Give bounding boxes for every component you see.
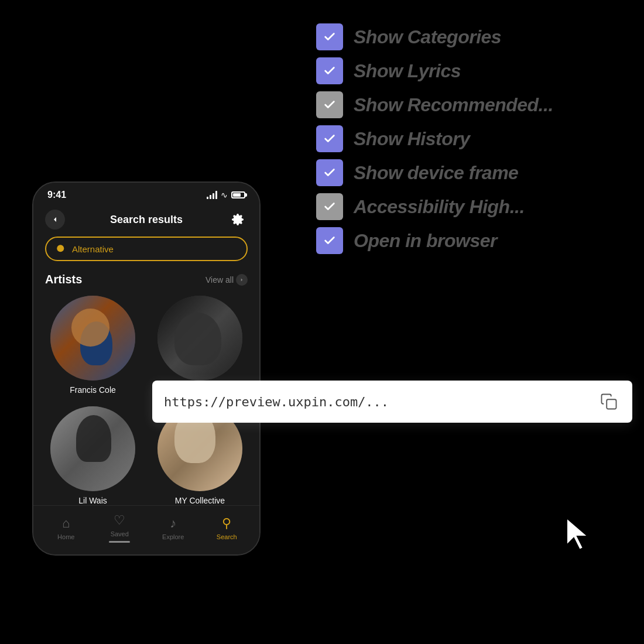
signal-icon bbox=[207, 191, 217, 199]
checklist-label-1: Show Categories bbox=[354, 26, 501, 48]
nav-label-saved: Saved bbox=[111, 530, 129, 537]
phone-header: Search results bbox=[33, 205, 259, 237]
checkbox-2[interactable] bbox=[316, 57, 343, 84]
checklist-label-4: Show History bbox=[354, 128, 470, 150]
checkbox-6[interactable] bbox=[316, 193, 343, 220]
checklist-label-6: Accessibility High... bbox=[354, 196, 525, 218]
svg-point-0 bbox=[57, 245, 64, 252]
artist-card-2[interactable] bbox=[152, 296, 248, 395]
svg-rect-1 bbox=[607, 399, 616, 409]
artist-image-1 bbox=[50, 296, 135, 381]
view-all-label: View all bbox=[205, 275, 234, 285]
nav-item-saved[interactable]: ♡ Saved bbox=[102, 513, 137, 543]
checkbox-7[interactable] bbox=[316, 227, 343, 254]
search-bar[interactable]: Alternative bbox=[45, 237, 248, 261]
bottom-nav: ⌂ Home ♡ Saved ♪ Explore ⚲ Search bbox=[33, 505, 259, 554]
checklist-item-7[interactable]: Open in browser bbox=[316, 227, 621, 254]
checklist-item-4[interactable]: Show History bbox=[316, 125, 621, 152]
back-button[interactable] bbox=[45, 210, 65, 229]
phone-mockup: 9:41 ∿ Search results Alternative bbox=[32, 181, 261, 556]
nav-indicator-saved bbox=[109, 541, 130, 543]
view-all-button[interactable]: View all bbox=[205, 274, 248, 286]
status-bar: 9:41 ∿ bbox=[33, 183, 259, 205]
music-icon: ♪ bbox=[170, 516, 176, 531]
artist-card-1[interactable]: Francis Cole bbox=[45, 296, 141, 395]
checklist-label-3: Show Recommended... bbox=[354, 94, 553, 116]
artists-title: Artists bbox=[45, 273, 82, 286]
artist-image-2 bbox=[157, 296, 242, 381]
url-text[interactable]: https://preview.uxpin.com/... bbox=[164, 395, 389, 409]
artist-name-1: Francis Cole bbox=[70, 385, 116, 395]
search-input-value: Alternative bbox=[72, 244, 114, 254]
settings-button[interactable] bbox=[228, 210, 248, 229]
search-nav-icon: ⚲ bbox=[222, 516, 231, 531]
battery-icon bbox=[231, 191, 245, 198]
checklist-item-3[interactable]: Show Recommended... bbox=[316, 91, 621, 118]
status-time: 9:41 bbox=[47, 190, 66, 200]
checkbox-3[interactable] bbox=[316, 91, 343, 118]
checklist-item-2[interactable]: Show Lyrics bbox=[316, 57, 621, 84]
checkbox-5[interactable] bbox=[316, 159, 343, 186]
nav-item-explore[interactable]: ♪ Explore bbox=[156, 516, 191, 540]
artist-image-3 bbox=[50, 406, 135, 491]
search-icon bbox=[56, 244, 66, 254]
checklist-item-6[interactable]: Accessibility High... bbox=[316, 193, 621, 220]
artist-name-4: MY Collective bbox=[175, 496, 225, 505]
artists-header: Artists View all bbox=[45, 273, 248, 286]
checkbox-4[interactable] bbox=[316, 125, 343, 152]
checklist-label-2: Show Lyrics bbox=[354, 60, 461, 82]
home-icon: ⌂ bbox=[62, 516, 70, 531]
nav-item-search[interactable]: ⚲ Search bbox=[209, 516, 244, 540]
search-bar-container: Alternative bbox=[33, 237, 259, 270]
status-icons: ∿ bbox=[207, 190, 245, 200]
artist-name-3: Lil Wais bbox=[78, 496, 107, 505]
nav-label-explore: Explore bbox=[162, 533, 184, 540]
checklist-item-5[interactable]: Show device frame bbox=[316, 159, 621, 186]
artist-card-3[interactable]: Lil Wais bbox=[45, 406, 141, 505]
checklist-label-7: Open in browser bbox=[354, 230, 497, 252]
checkbox-1[interactable] bbox=[316, 23, 343, 50]
checklist-label-5: Show device frame bbox=[354, 162, 518, 184]
header-title: Search results bbox=[110, 214, 183, 226]
wifi-icon: ∿ bbox=[221, 190, 228, 200]
nav-label-home: Home bbox=[57, 533, 74, 540]
view-all-arrow-icon bbox=[236, 274, 248, 286]
checklist-item-1[interactable]: Show Categories bbox=[316, 23, 621, 50]
nav-label-search: Search bbox=[217, 533, 237, 540]
heart-icon: ♡ bbox=[114, 513, 125, 528]
nav-item-home[interactable]: ⌂ Home bbox=[49, 516, 84, 540]
url-bar: https://preview.uxpin.com/... bbox=[152, 381, 632, 423]
checklist-panel: Show Categories Show Lyrics Show Recomme… bbox=[316, 23, 621, 254]
copy-icon[interactable] bbox=[597, 390, 621, 413]
cursor-pointer bbox=[562, 516, 594, 556]
